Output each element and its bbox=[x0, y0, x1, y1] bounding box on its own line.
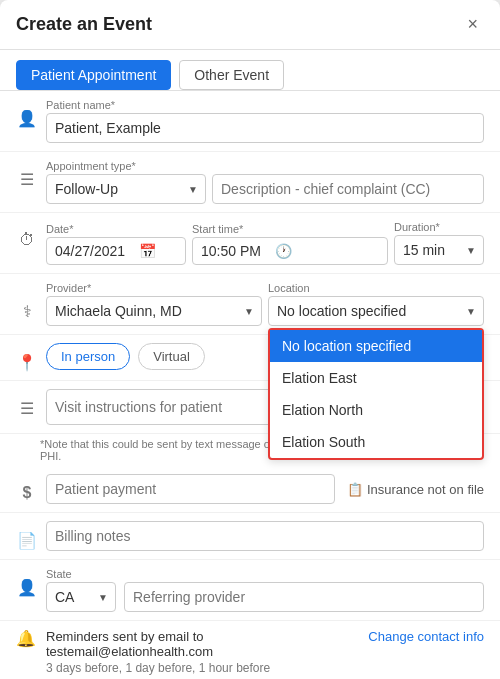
state-select[interactable]: CA bbox=[46, 582, 116, 612]
person-icon: 👤 bbox=[16, 99, 38, 128]
date-input[interactable] bbox=[55, 243, 135, 259]
payment-row: $ 📋 Insurance not on file bbox=[0, 466, 500, 513]
billing-content bbox=[46, 521, 484, 551]
insurance-text: Insurance not on file bbox=[367, 482, 484, 497]
appointment-type-content: Appointment type* Follow-Up New Patient … bbox=[46, 160, 484, 204]
referring-provider-field-group bbox=[124, 568, 484, 612]
state-ref-content: State CA bbox=[46, 568, 484, 612]
type-desc-row: Appointment type* Follow-Up New Patient … bbox=[46, 160, 484, 204]
description-field-group bbox=[212, 160, 484, 204]
date-time-row: ⏱ Date* 📅 Start time* 🕐 bbox=[0, 213, 500, 274]
time-icon: 🕐 bbox=[275, 243, 292, 259]
date-field-group: Date* 📅 bbox=[46, 223, 186, 265]
referring-icon: 👤 bbox=[16, 568, 38, 597]
visit-icon: ☰ bbox=[16, 389, 38, 418]
date-input-wrap: 📅 bbox=[46, 237, 186, 265]
duration-field-group: Duration* 15 min 30 min 45 min 60 min bbox=[394, 221, 484, 265]
reminders-email-text: Reminders sent by email to testemail@ela… bbox=[46, 629, 368, 659]
location-select[interactable]: No location specified Elation East Elati… bbox=[268, 296, 484, 326]
virtual-button[interactable]: Virtual bbox=[138, 343, 205, 370]
billing-notes-input[interactable] bbox=[46, 521, 484, 551]
form-body: 👤 Patient name* ☰ Appointment type* Foll… bbox=[0, 91, 500, 679]
modal-title: Create an Event bbox=[16, 14, 152, 35]
state-label: State bbox=[46, 568, 116, 580]
location-label: Location bbox=[268, 282, 484, 294]
provider-icon: ⚕ bbox=[16, 282, 38, 321]
state-ref-row: 👤 State CA bbox=[0, 560, 500, 621]
tab-other-event[interactable]: Other Event bbox=[179, 60, 284, 90]
clock-icon: ⏱ bbox=[16, 221, 38, 249]
reminders-icon-row: 🔔 Reminders sent by email to testemail@e… bbox=[16, 629, 484, 675]
payment-inner: 📋 Insurance not on file bbox=[46, 474, 484, 504]
provider-select[interactable]: Michaela Quinn, MD bbox=[46, 296, 262, 326]
location-dropdown-item-none[interactable]: No location specified bbox=[270, 330, 482, 362]
location-dropdown-item-east[interactable]: Elation East bbox=[270, 362, 482, 394]
appointment-type-select-wrapper: Follow-Up New Patient Routine bbox=[46, 174, 206, 204]
provider-select-wrapper: Michaela Quinn, MD bbox=[46, 296, 262, 326]
mode-buttons: In person Virtual bbox=[46, 343, 205, 370]
duration-select[interactable]: 15 min 30 min 45 min 60 min bbox=[394, 235, 484, 265]
date-row: Date* 📅 Start time* 🕐 bbox=[46, 221, 484, 265]
state-field-group: State CA bbox=[46, 568, 116, 612]
appointment-type-select[interactable]: Follow-Up New Patient Routine bbox=[46, 174, 206, 204]
referring-provider-input[interactable] bbox=[124, 582, 484, 612]
location-dropdown-item-south[interactable]: Elation South bbox=[270, 426, 482, 458]
inperson-button[interactable]: In person bbox=[46, 343, 130, 370]
reminders-row: 🔔 Reminders sent by email to testemail@e… bbox=[0, 621, 500, 679]
patient-name-input[interactable] bbox=[46, 113, 484, 143]
duration-label: Duration* bbox=[394, 221, 484, 233]
appointment-type-field-group: Appointment type* Follow-Up New Patient … bbox=[46, 160, 206, 204]
reminders-sub-text: 3 days before, 1 day before, 1 hour befo… bbox=[46, 661, 484, 675]
provider-label: Provider* bbox=[46, 282, 262, 294]
patient-name-field-group: Patient name* bbox=[46, 99, 484, 143]
reminders-top: Reminders sent by email to testemail@ela… bbox=[46, 629, 484, 659]
state-ref-inner: State CA bbox=[46, 568, 484, 612]
date-time-content: Date* 📅 Start time* 🕐 bbox=[46, 221, 484, 265]
close-button[interactable]: × bbox=[461, 12, 484, 37]
description-input[interactable] bbox=[212, 174, 484, 204]
bell-icon: 🔔 bbox=[16, 629, 38, 648]
calendar-icon: 📅 bbox=[139, 243, 156, 259]
start-time-field-group: Start time* 🕐 bbox=[192, 223, 388, 265]
location-pin-icon: 📍 bbox=[16, 343, 38, 372]
appointment-type-icon: ☰ bbox=[16, 160, 38, 189]
payment-content: 📋 Insurance not on file bbox=[46, 474, 484, 504]
appointment-type-row: ☰ Appointment type* Follow-Up New Patien… bbox=[0, 152, 500, 213]
location-select-wrapper: No location specified Elation East Elati… bbox=[268, 296, 484, 326]
description-label bbox=[212, 160, 484, 172]
tab-row: Patient Appointment Other Event bbox=[0, 50, 500, 91]
provider-location-inner: Provider* Michaela Quinn, MD Location No… bbox=[46, 282, 484, 326]
billing-row: 📄 bbox=[0, 513, 500, 560]
tab-patient-appointment[interactable]: Patient Appointment bbox=[16, 60, 171, 90]
patient-payment-input[interactable] bbox=[46, 474, 335, 504]
location-dropdown-item-north[interactable]: Elation North bbox=[270, 394, 482, 426]
appointment-type-label: Appointment type* bbox=[46, 160, 206, 172]
location-dropdown: No location specified Elation East Elati… bbox=[268, 328, 484, 460]
create-event-modal: Create an Event × Patient Appointment Ot… bbox=[0, 0, 500, 679]
reminders-content: Reminders sent by email to testemail@ela… bbox=[46, 629, 484, 675]
patient-name-content: Patient name* bbox=[46, 99, 484, 143]
insurance-icon: 📋 bbox=[347, 482, 363, 497]
provider-location-content: Provider* Michaela Quinn, MD Location No… bbox=[46, 282, 484, 326]
date-label: Date* bbox=[46, 223, 186, 235]
insurance-label: 📋 Insurance not on file bbox=[347, 482, 484, 497]
start-time-input-wrap: 🕐 bbox=[192, 237, 388, 265]
dollar-icon: $ bbox=[16, 474, 38, 502]
location-field-group: Location No location specified Elation E… bbox=[268, 282, 484, 326]
patient-name-row: 👤 Patient name* bbox=[0, 91, 500, 152]
modal-header: Create an Event × bbox=[0, 0, 500, 50]
start-time-label: Start time* bbox=[192, 223, 388, 235]
provider-location-row: ⚕ Provider* Michaela Quinn, MD Location bbox=[0, 274, 500, 335]
patient-name-label: Patient name* bbox=[46, 99, 484, 111]
billing-icon: 📄 bbox=[16, 521, 38, 550]
state-select-wrapper: CA bbox=[46, 582, 116, 612]
start-time-input[interactable] bbox=[201, 243, 271, 259]
provider-field-group: Provider* Michaela Quinn, MD bbox=[46, 282, 262, 326]
duration-select-wrapper: 15 min 30 min 45 min 60 min bbox=[394, 235, 484, 265]
change-contact-link[interactable]: Change contact info bbox=[368, 629, 484, 644]
